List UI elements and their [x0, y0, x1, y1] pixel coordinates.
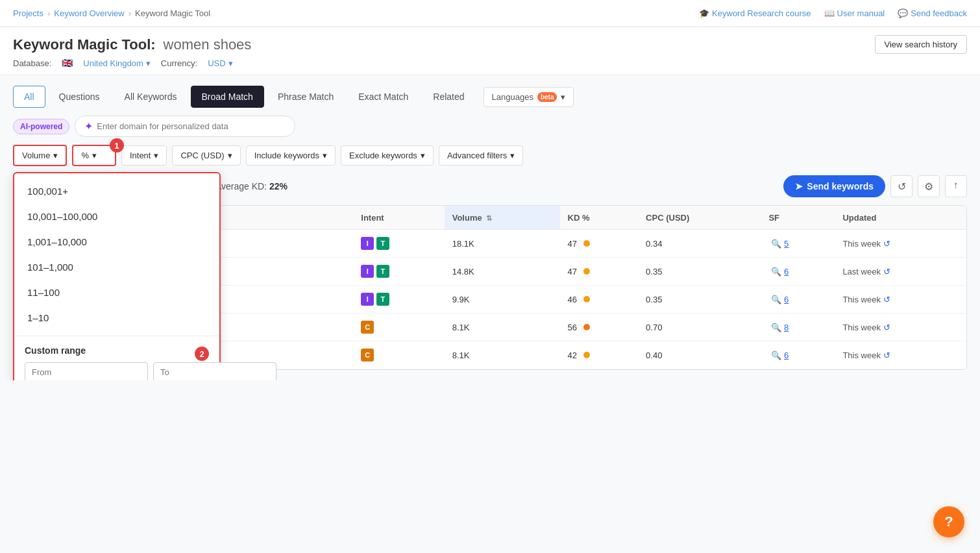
updated-cell-1: Last week ↺ — [835, 258, 966, 286]
custom-range-section: Custom range 2 Apply 3 — [14, 336, 219, 380]
currency-selector[interactable]: USD ▾ — [208, 58, 232, 68]
languages-chevron-icon: ▾ — [561, 92, 565, 102]
intent-cell-4: C — [353, 341, 444, 369]
stats-actions: ➤ Send keywords ↺ ⚙ ↓ — [783, 175, 967, 197]
updated-content-3: This week ↺ — [842, 323, 959, 332]
user-manual-link[interactable]: 📖 User manual — [824, 8, 885, 18]
updated-content-2: This week ↺ — [842, 295, 959, 304]
tab-all[interactable]: All — [13, 86, 45, 108]
intent-cell-1: I T — [353, 258, 444, 286]
sf-value-1[interactable]: 6 — [784, 267, 789, 276]
dropdown-option-10k[interactable]: 10,001–100,000 — [14, 204, 219, 229]
percent-chevron-icon: ▾ — [92, 151, 97, 160]
exclude-keywords-button[interactable]: Exclude keywords ▾ — [341, 145, 434, 166]
updated-text-3: This week — [842, 323, 881, 332]
ai-domain-input-wrapper[interactable]: ✦ — [75, 116, 295, 137]
sf-search-icon-0: 🔍 — [771, 239, 781, 249]
header-meta: Database: 🇬🇧 United Kingdom ▾ Currency: … — [13, 58, 967, 68]
beta-badge: beta — [537, 92, 557, 102]
updated-text-0: This week — [842, 239, 881, 249]
course-icon: 🎓 — [699, 8, 709, 18]
row-refresh-icon-4[interactable]: ↺ — [883, 350, 890, 360]
tab-questions[interactable]: Questions — [48, 86, 111, 108]
gear-icon: ⚙ — [924, 180, 933, 193]
range-to-input[interactable] — [153, 362, 276, 380]
database-selector[interactable]: United Kingdom ▾ — [83, 58, 151, 68]
include-chevron-icon: ▾ — [323, 151, 327, 160]
breadcrumb-projects[interactable]: Projects — [13, 8, 43, 18]
cpc-filter-button[interactable]: CPC (USD) ▾ — [172, 145, 240, 166]
ai-powered-badge: AI-powered — [13, 119, 69, 134]
settings-button[interactable]: ⚙ — [918, 175, 940, 197]
advanced-filters-button[interactable]: Advanced filters ▾ — [439, 145, 524, 166]
refresh-icon: ↺ — [898, 180, 906, 193]
cpc-cell-4: 0.40 — [638, 341, 761, 369]
sf-value-3[interactable]: 8 — [784, 323, 789, 332]
include-keywords-button[interactable]: Include keywords ▾ — [246, 145, 336, 166]
intent-badge-i: I — [361, 293, 374, 306]
cpc-cell-2: 0.35 — [638, 286, 761, 313]
tabs-row: All Questions All Keywords Broad Match P… — [13, 86, 967, 108]
sf-search-icon-4: 🔍 — [771, 350, 781, 360]
languages-dropdown[interactable]: Languages beta ▾ — [484, 87, 574, 107]
row-refresh-icon-3[interactable]: ↺ — [883, 323, 890, 332]
flag-icon: 🇬🇧 — [62, 58, 73, 68]
sf-value-2[interactable]: 6 — [784, 295, 789, 304]
feedback-icon: 💬 — [898, 8, 908, 18]
sf-search-icon-2: 🔍 — [771, 295, 781, 304]
refresh-button[interactable]: ↺ — [890, 175, 913, 197]
send-arrow-icon: ➤ — [795, 181, 803, 191]
view-history-button[interactable]: View search history — [875, 35, 967, 54]
sf-cell-0: 🔍 5 — [761, 230, 835, 258]
updated-content-1: Last week ↺ — [842, 267, 959, 276]
dropdown-option-1[interactable]: 1–10 — [14, 305, 219, 330]
volume-filter-button[interactable]: Volume ▾ — [13, 145, 67, 166]
avg-kd-label: Average KD: — [215, 181, 267, 191]
filters-row: Volume ▾ % ▾ 1 Intent ▾ CPC (USD) ▾ Incl… — [13, 145, 967, 166]
row-refresh-icon-0[interactable]: ↺ — [883, 239, 890, 249]
dropdown-option-11[interactable]: 11–100 — [14, 280, 219, 305]
tab-phrase-match[interactable]: Phrase Match — [267, 86, 345, 108]
dropdown-option-100k[interactable]: 100,001+ — [14, 178, 219, 204]
range-from-input[interactable] — [25, 362, 148, 380]
intent-filter-button[interactable]: Intent ▾ — [121, 145, 167, 166]
updated-cell-0: This week ↺ — [835, 230, 966, 258]
breadcrumb-overview[interactable]: Keyword Overview — [54, 8, 124, 18]
kd-dot-3 — [583, 324, 590, 330]
dropdown-option-101[interactable]: 101–1,000 — [14, 254, 219, 280]
kd-cell-2: 46 — [560, 286, 639, 313]
dropdown-option-1k[interactable]: 1,001–10,000 — [14, 229, 219, 254]
database-label: Database: — [13, 58, 51, 68]
currency-label: Currency: — [161, 58, 197, 68]
intent-cell-2: I T — [353, 286, 444, 313]
sf-cell-4: 🔍 6 — [761, 341, 835, 369]
sf-search-icon-1: 🔍 — [771, 267, 781, 276]
top-bar: Projects › Keyword Overview › Keyword Ma… — [0, 0, 980, 27]
tab-broad-match[interactable]: Broad Match — [191, 86, 264, 108]
dropdown-options: 100,001+ 10,001–100,000 1,001–10,000 101… — [14, 173, 219, 336]
row-refresh-icon-2[interactable]: ↺ — [883, 295, 890, 304]
row-refresh-icon-1[interactable]: ↺ — [883, 267, 890, 276]
keyword-course-link[interactable]: 🎓 Keyword Research course — [699, 8, 811, 18]
database-info: Database: 🇬🇧 United Kingdom ▾ Currency: … — [13, 58, 233, 68]
tab-related[interactable]: Related — [422, 86, 475, 108]
col-volume[interactable]: Volume ⇅ — [445, 206, 560, 230]
send-feedback-link[interactable]: 💬 Send feedback — [898, 8, 967, 18]
cpc-cell-1: 0.35 — [638, 258, 761, 286]
intent-badge-i: I — [361, 237, 374, 250]
breadcrumb-current: Keyword Magic Tool — [135, 8, 210, 18]
sf-value-4[interactable]: 6 — [784, 350, 789, 360]
tab-all-keywords[interactable]: All Keywords — [114, 86, 188, 108]
export-icon: ↓ — [953, 180, 959, 192]
avg-kd-value: 22% — [269, 181, 288, 191]
volume-dropdown: 100,001+ 10,001–100,000 1,001–10,000 101… — [13, 172, 221, 380]
intent-badge-t: T — [376, 293, 389, 306]
send-keywords-button[interactable]: ➤ Send keywords — [783, 175, 885, 197]
ai-domain-input[interactable] — [97, 121, 278, 131]
intent-badge-t: T — [376, 265, 389, 278]
export-button[interactable]: ↓ — [945, 175, 967, 197]
sf-cell-3: 🔍 8 — [761, 313, 835, 341]
custom-range-inputs — [25, 362, 209, 380]
sf-value-0[interactable]: 5 — [784, 239, 789, 249]
tab-exact-match[interactable]: Exact Match — [347, 86, 419, 108]
